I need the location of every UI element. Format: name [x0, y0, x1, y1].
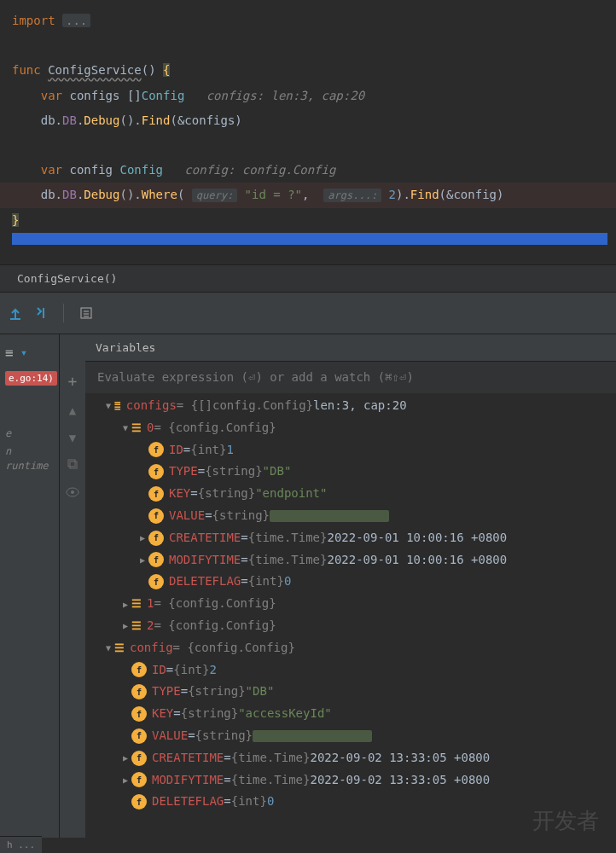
tree-row-field[interactable]: fID = {int} 1	[85, 439, 616, 461]
add-icon[interactable]: +	[68, 372, 78, 390]
variables-panel: Variables Evaluate expression (⏎) or add…	[85, 334, 616, 838]
selection-bar[interactable]	[12, 233, 607, 245]
code-editor[interactable]: import ... func ConfigService() { var co…	[0, 0, 616, 264]
code-line[interactable]: import ...	[0, 9, 616, 33]
param-hint: args...:	[323, 189, 381, 202]
svg-rect-0	[10, 318, 20, 320]
code-line[interactable]: func ConfigService() {	[0, 58, 616, 83]
svg-rect-7	[70, 461, 77, 468]
debug-panel: ≡ ▾ e.go:14) e n runtime + ▲ ▼ Variables…	[0, 334, 616, 838]
field-icon: f	[148, 442, 164, 457]
struct-icon: ☰	[131, 617, 142, 635]
tree-row-field[interactable]: fVALUE = {string}	[85, 725, 616, 747]
field-icon: f	[131, 751, 147, 766]
struct-icon: ☰	[131, 419, 142, 438]
code-line[interactable]: db.DB.Debug().Find(&configs)	[0, 108, 616, 133]
separator	[63, 304, 64, 322]
variables-header: Variables	[85, 334, 616, 362]
field-icon: f	[131, 794, 147, 809]
param-hint: query:	[192, 189, 237, 202]
code-line[interactable]: var config Config config: config.Config	[0, 158, 616, 183]
field-icon: f	[148, 508, 164, 524]
redacted-value	[270, 510, 389, 522]
expand-arrow[interactable]	[102, 641, 114, 655]
code-line[interactable]	[0, 33, 616, 58]
frames-gutter[interactable]: ≡ ▾ e.go:14) e n runtime	[0, 334, 60, 838]
svg-rect-1	[43, 308, 44, 318]
struct-icon: ☰	[114, 639, 125, 658]
variables-tree[interactable]: ≣configs = {[]config.Config} len:3, cap:…	[85, 393, 616, 838]
tree-row-field[interactable]: fTYPE = {string} "DB"	[85, 461, 616, 483]
filter-icon[interactable]: ▾	[20, 345, 27, 359]
expand-arrow[interactable]	[119, 597, 131, 612]
func-name: ConfigService	[48, 63, 142, 77]
brace-open: {	[163, 63, 170, 77]
step-out-icon[interactable]	[9, 306, 22, 320]
tree-row-field[interactable]: fCREATETIME = {time.Time} 2022-09-01 10:…	[85, 527, 616, 549]
frame-badge[interactable]: e.go:14)	[5, 371, 57, 386]
brace-close: }	[12, 213, 19, 227]
evaluate-input[interactable]: Evaluate expression (⏎) or add a watch (…	[85, 362, 616, 393]
tree-row-field[interactable]: fKEY = {string} "accessKeyId"	[85, 703, 616, 725]
field-icon: f	[148, 486, 164, 502]
run-to-cursor-icon[interactable]	[34, 306, 48, 320]
tree-row-field[interactable]: fMODIFYTIME = {time.Time} 2022-09-01 10:…	[85, 549, 616, 572]
expand-arrow[interactable]	[119, 751, 131, 765]
breadcrumb[interactable]: ConfigService()	[0, 264, 616, 292]
tree-row-idx1[interactable]: ☰1 = {config.Config}	[85, 593, 616, 615]
tree-row-idx2[interactable]: ☰2 = {config.Config}	[85, 615, 616, 637]
field-icon: f	[148, 574, 164, 589]
tree-row-idx0[interactable]: ☰0 = {config.Config}	[85, 417, 616, 439]
struct-icon: ☰	[131, 595, 142, 613]
tree-row-field[interactable]: fMODIFYTIME = {time.Time} 2022-09-02 13:…	[85, 769, 616, 792]
field-icon: f	[131, 662, 147, 677]
status-bar: h ...	[0, 836, 42, 853]
frame-text: n runtime	[0, 443, 59, 475]
field-icon: f	[148, 552, 164, 567]
expand-arrow[interactable]	[102, 398, 114, 413]
redacted-value	[253, 730, 372, 742]
svg-point-9	[71, 490, 74, 494]
expand-arrow[interactable]	[137, 531, 148, 545]
frame-text: e	[0, 425, 59, 443]
field-icon: f	[131, 706, 147, 722]
code-line-current[interactable]: db.DB.Debug().Where( query: "id = ?", ar…	[0, 183, 616, 207]
code-line[interactable]: var configs []Config configs: len:3, cap…	[0, 84, 616, 108]
copy-icon[interactable]	[67, 458, 78, 473]
debug-toolbar	[0, 292, 616, 334]
tree-row-config[interactable]: ☰config = {config.Config}	[85, 637, 616, 659]
code-line[interactable]	[0, 133, 616, 158]
field-icon: f	[148, 531, 164, 546]
tree-row-field[interactable]: fCREATETIME = {time.Time} 2022-09-02 13:…	[85, 747, 616, 769]
side-toolbar: + ▲ ▼	[60, 334, 85, 838]
field-icon: f	[131, 772, 147, 787]
eye-icon[interactable]	[66, 486, 79, 500]
tree-row-field[interactable]: fVALUE = {string}	[85, 505, 616, 527]
tree-row-configs[interactable]: ≣configs = {[]config.Config} len:3, cap:…	[85, 395, 616, 417]
inline-hint: configs: len:3, cap:20	[206, 89, 364, 102]
field-icon: f	[131, 728, 147, 744]
expand-arrow[interactable]	[137, 553, 148, 567]
code-line[interactable]: }	[0, 208, 616, 233]
expand-arrow[interactable]	[119, 773, 131, 787]
slice-icon: ≣	[114, 397, 121, 415]
expand-arrow[interactable]	[119, 618, 131, 633]
menu-icon[interactable]: ≡	[5, 345, 14, 361]
calculator-icon[interactable]	[79, 306, 93, 320]
keyword-import: import	[12, 14, 55, 27]
tree-row-field[interactable]: fDELETEFLAG = {int} 0	[85, 791, 616, 813]
fold-dots[interactable]: ...	[62, 14, 90, 27]
tree-row-field[interactable]: fTYPE = {string} "DB"	[85, 681, 616, 703]
keyword-func: func	[12, 63, 41, 77]
tree-row-field[interactable]: fKEY = {string} "endpoint"	[85, 483, 616, 505]
expand-arrow[interactable]	[119, 421, 131, 435]
field-icon: f	[131, 684, 147, 699]
svg-rect-6	[68, 460, 75, 467]
field-icon: f	[148, 464, 164, 479]
inline-hint: config: config.Config	[184, 163, 335, 177]
tree-row-field[interactable]: fDELETEFLAG = {int} 0	[85, 571, 616, 593]
tree-row-field[interactable]: fID = {int} 2	[85, 659, 616, 682]
arrow-up-icon[interactable]: ▲	[69, 403, 76, 417]
arrow-down-icon[interactable]: ▼	[69, 431, 76, 444]
